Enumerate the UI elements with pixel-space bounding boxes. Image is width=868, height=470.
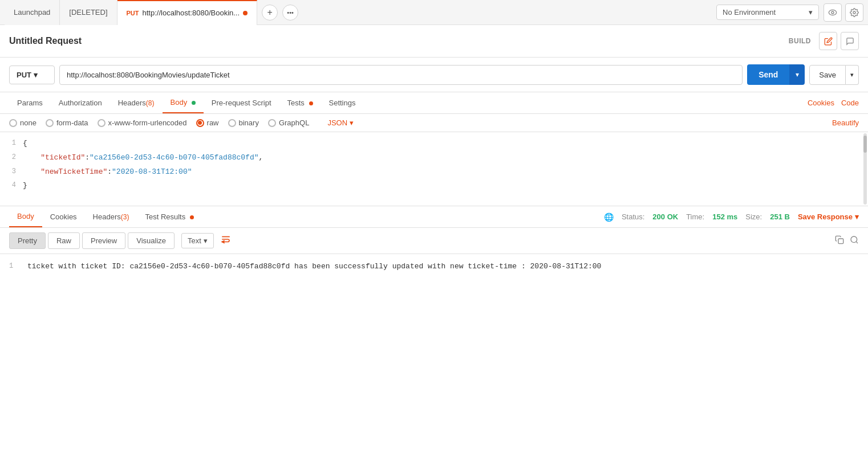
env-chevron-icon: ▾ [809, 8, 813, 17]
fmt-pretty-button[interactable]: Pretty [9, 232, 46, 249]
env-dropdown[interactable]: No Environment ▾ [716, 5, 819, 20]
code-line-1: 1 { [0, 137, 868, 151]
radio-raw[interactable]: raw [196, 118, 219, 127]
send-button[interactable]: Send [747, 64, 789, 85]
size-value: 251 B [770, 212, 790, 221]
resp-action-icons [835, 235, 859, 247]
code-line-2: 2 "ticketId":"ca2156e0-2d53-4c60-b070-40… [0, 151, 868, 165]
new-tab-button[interactable]: + [262, 5, 278, 21]
svg-rect-3 [838, 239, 843, 244]
req-tab-actions: Cookies Code [808, 99, 859, 107]
eye-icon-button[interactable] [824, 3, 842, 22]
time-value: 152 ms [712, 212, 737, 221]
radio-binary-circle [228, 119, 236, 127]
method-chevron-icon: ▾ [34, 71, 38, 79]
cookies-link[interactable]: Cookies [808, 99, 834, 107]
copy-icon-button[interactable] [835, 235, 844, 247]
json-format-selector[interactable]: JSON ▾ [327, 118, 354, 127]
save-button-group: Save ▾ [809, 65, 859, 85]
wrap-text-button[interactable] [221, 234, 231, 247]
request-title: Untitled Request [9, 36, 789, 46]
resp-tab-test-results[interactable]: Test Results [137, 207, 201, 227]
request-tabs: Params Authorization Headers(8) Body Pre… [0, 92, 868, 114]
beautify-button[interactable]: Beautify [832, 118, 859, 127]
response-status-bar: Status: 200 OK Time: 152 ms Size: 251 B … [604, 212, 859, 222]
json-chevron-icon: ▾ [350, 118, 354, 127]
edit-icon-button[interactable] [819, 32, 837, 50]
tab-body[interactable]: Body [163, 92, 204, 113]
resp-tab-cookies[interactable]: Cookies [42, 207, 85, 227]
response-tab-bar: Body Cookies Headers(3) Test Results Sta… [0, 206, 868, 228]
search-icon-button[interactable] [850, 235, 859, 247]
svg-line-5 [856, 242, 858, 243]
code-line-4: 4 } [0, 179, 868, 193]
request-title-bar: Untitled Request BUILD [0, 25, 868, 58]
tab-tests[interactable]: Tests [279, 93, 321, 113]
editor-scrollbar[interactable] [863, 133, 867, 205]
method-label: PUT [17, 71, 31, 79]
tab-bar: Launchpad [DELETED] PUT http://localhost… [0, 0, 868, 25]
method-selector[interactable]: PUT ▾ [9, 66, 55, 84]
tab-launchpad[interactable]: Launchpad [5, 0, 60, 25]
radio-none-circle [9, 119, 17, 127]
resp-line-1: 1 ticket with ticket ID: ca2156e0-2d53-4… [9, 261, 859, 273]
fmt-raw-button[interactable]: Raw [48, 232, 80, 249]
tab-method-badge: PUT [127, 10, 139, 17]
env-label: No Environment [723, 8, 776, 17]
settings-icon-button[interactable] [845, 3, 863, 22]
test-results-dot [190, 215, 194, 219]
status-value: 200 OK [652, 212, 678, 221]
radio-none[interactable]: none [9, 118, 36, 127]
tab-active-dot [243, 11, 248, 15]
response-format-bar: Pretty Raw Preview Visualize Text ▾ [0, 228, 868, 254]
save-response-button[interactable]: Save Response ▾ [798, 212, 859, 221]
fmt-text-dropdown[interactable]: Text ▾ [181, 233, 214, 248]
radio-raw-circle [196, 119, 204, 127]
save-resp-chevron-icon: ▾ [855, 212, 859, 221]
code-line-3: 3 "newTicketTime":"2020-08-31T12:00" [0, 165, 868, 179]
resp-tab-headers[interactable]: Headers(3) [85, 207, 137, 227]
tab-authorization[interactable]: Authorization [51, 93, 110, 113]
svg-point-0 [829, 10, 836, 15]
editor-scrollbar-thumb [863, 136, 867, 153]
svg-point-4 [851, 236, 857, 243]
tab-deleted-label: [DELETED] [69, 8, 107, 17]
more-tabs-button[interactable]: ••• [282, 5, 298, 21]
svg-point-1 [832, 11, 834, 14]
tab-deleted[interactable]: [DELETED] [60, 0, 117, 25]
radio-urlencoded-circle [98, 119, 106, 127]
resp-tab-body[interactable]: Body [9, 206, 42, 227]
body-type-bar: none form-data x-www-form-urlencoded raw… [0, 114, 868, 132]
headers-count: (8) [146, 99, 155, 107]
tab-active-request[interactable]: PUT http://localhost:8080/Bookin... [117, 0, 258, 25]
fmt-visualize-button[interactable]: Visualize [128, 232, 175, 249]
tab-params[interactable]: Params [9, 93, 51, 113]
environment-selector: No Environment ▾ [716, 3, 863, 22]
save-button[interactable]: Save [809, 65, 846, 85]
radio-form-data[interactable]: form-data [46, 118, 88, 127]
radio-graphql[interactable]: GraphQL [268, 118, 309, 127]
fmt-chevron-icon: ▾ [204, 236, 208, 245]
radio-urlencoded[interactable]: x-www-form-urlencoded [98, 118, 187, 127]
tab-headers[interactable]: Headers(8) [110, 93, 163, 113]
build-button[interactable]: BUILD [789, 37, 811, 45]
radio-graphql-circle [268, 119, 276, 127]
tab-settings[interactable]: Settings [321, 93, 364, 113]
response-text: ticket with ticket ID: ca2156e0-2d53-4c6… [27, 261, 601, 273]
radio-form-data-circle [46, 119, 54, 127]
tab-launchpad-label: Launchpad [14, 8, 50, 17]
globe-icon [604, 212, 614, 222]
radio-binary[interactable]: binary [228, 118, 259, 127]
url-bar: PUT ▾ Send ▾ Save ▾ [0, 58, 868, 92]
fmt-preview-button[interactable]: Preview [82, 232, 125, 249]
send-dropdown-button[interactable]: ▾ [789, 64, 805, 85]
tab-pre-request[interactable]: Pre-request Script [204, 93, 279, 113]
resp-headers-count: (3) [121, 213, 129, 221]
code-link[interactable]: Code [841, 99, 859, 107]
code-editor[interactable]: 1 { 2 "ticketId":"ca2156e0-2d53-4c60-b07… [0, 132, 868, 206]
body-dot [192, 101, 196, 105]
save-dropdown-button[interactable]: ▾ [846, 65, 859, 85]
tab-actions: + ••• [262, 5, 298, 21]
url-input[interactable] [59, 65, 743, 85]
comment-icon-button[interactable] [841, 32, 859, 50]
